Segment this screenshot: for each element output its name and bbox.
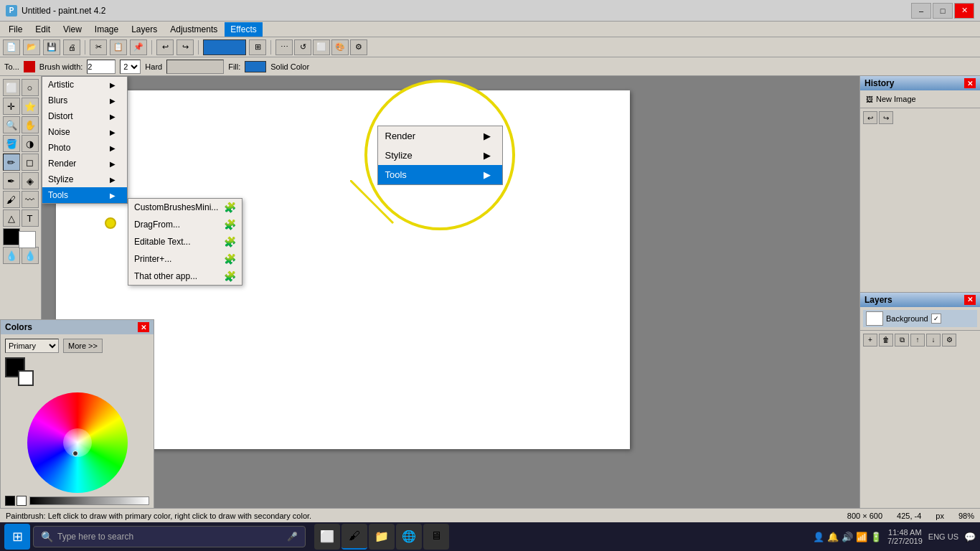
- open-btn[interactable]: 📂: [23, 39, 40, 55]
- title-bar: P Untitled - paint.net 4.2 – □ ✕: [0, 0, 980, 22]
- color-wheel[interactable]: [27, 392, 128, 493]
- paste-btn[interactable]: 📌: [130, 39, 147, 55]
- tray-icon-1[interactable]: 👤: [813, 532, 824, 542]
- layers-settings-btn[interactable]: ⚙: [942, 334, 956, 347]
- layers-close-btn[interactable]: ✕: [964, 295, 976, 305]
- tb-btn-3[interactable]: ⬜: [313, 39, 330, 55]
- mag-item-render[interactable]: Render ▶: [378, 126, 502, 146]
- mag-item-stylize[interactable]: Stylize ▶: [378, 146, 502, 165]
- history-item-new-image[interactable]: 🖼 New Image: [863, 93, 977, 105]
- white-swatch[interactable]: [17, 496, 27, 506]
- secondary-color-swatch[interactable]: [18, 370, 34, 386]
- tools-submenu-otherapp[interactable]: That other app... 🧩: [128, 268, 242, 285]
- canvas-area[interactable]: Artistic ▶ Blurs ▶ Distort ▶ Noise ▶ Pho…: [42, 76, 859, 508]
- menu-image[interactable]: Image: [89, 22, 124, 37]
- layer-visibility-check[interactable]: ✓: [931, 314, 941, 324]
- menu-view[interactable]: View: [57, 22, 88, 37]
- tool-paintbrush[interactable]: ✏: [3, 154, 20, 171]
- tools-submenu-printer[interactable]: Printer+... 🧩: [128, 250, 242, 268]
- brush-width-select[interactable]: 2468: [120, 60, 141, 74]
- menu-file[interactable]: File: [3, 22, 28, 37]
- tools-submenu-editabletext[interactable]: Editable Text... 🧩: [128, 233, 242, 250]
- tb-btn-1[interactable]: ⋯: [275, 39, 293, 55]
- hue-slider[interactable]: [29, 496, 149, 505]
- maximize-button[interactable]: □: [933, 3, 953, 19]
- tool-pan[interactable]: ✋: [22, 116, 39, 133]
- effects-item-blurs[interactable]: Blurs ▶: [42, 93, 127, 108]
- tray-icon-2[interactable]: 🔔: [827, 532, 839, 542]
- save-btn[interactable]: 💾: [43, 39, 60, 55]
- effects-item-tools[interactable]: Tools ▶: [42, 187, 127, 203]
- tool-smudge[interactable]: 〰: [22, 191, 39, 208]
- menu-layers[interactable]: Layers: [126, 22, 163, 37]
- layers-add-btn[interactable]: +: [863, 334, 877, 347]
- tool-color-picker[interactable]: 💧: [3, 247, 20, 264]
- black-swatch[interactable]: [5, 496, 15, 506]
- tool-lasso[interactable]: ○: [22, 79, 39, 96]
- tb-btn-5[interactable]: ⚙: [350, 39, 367, 55]
- secondary-color-btn[interactable]: [19, 231, 36, 248]
- tool-zoom[interactable]: 🔍: [3, 116, 20, 133]
- effects-item-distort[interactable]: Distort ▶: [42, 108, 127, 124]
- undo-btn[interactable]: ↩: [156, 39, 174, 55]
- app-taskbar-btn[interactable]: 🖥: [423, 524, 449, 550]
- layer-item-background[interactable]: Background ✓: [863, 310, 977, 327]
- layers-duplicate-btn[interactable]: ⧉: [895, 334, 909, 347]
- network-icon[interactable]: 📶: [856, 532, 867, 542]
- history-undo-btn[interactable]: ↩: [863, 111, 877, 124]
- colors-mode-select[interactable]: Primary Secondary: [5, 339, 59, 353]
- tool-color-picker2[interactable]: 💧: [22, 247, 39, 264]
- copy-btn[interactable]: 📋: [110, 39, 127, 55]
- tray-icon-3[interactable]: 🔊: [842, 532, 853, 542]
- layers-up-btn[interactable]: ↑: [910, 334, 925, 347]
- notifications-icon[interactable]: 💬: [964, 532, 976, 542]
- minimize-button[interactable]: –: [911, 3, 931, 19]
- tool-rectangle-select[interactable]: ⬜: [3, 79, 20, 96]
- redo-btn[interactable]: ↪: [176, 39, 194, 55]
- expand-btn[interactable]: ⊞: [249, 39, 266, 55]
- close-button[interactable]: ✕: [954, 3, 974, 19]
- explorer-taskbar-btn[interactable]: 📁: [369, 524, 395, 550]
- tool-move[interactable]: ✛: [3, 98, 20, 115]
- effects-item-render[interactable]: Render ▶: [42, 156, 127, 171]
- tool-gradient[interactable]: ◑: [22, 135, 39, 152]
- colors-more-btn[interactable]: More >>: [63, 339, 103, 353]
- colors-close-btn[interactable]: ✕: [138, 322, 149, 332]
- tools-submenu-custombrushmini[interactable]: CustomBrushesMini... 🧩: [128, 199, 242, 216]
- primary-color-btn[interactable]: [3, 228, 20, 245]
- effects-item-photo[interactable]: Photo ▶: [42, 140, 127, 156]
- layers-delete-btn[interactable]: 🗑: [879, 334, 893, 347]
- hardness-slider[interactable]: [166, 60, 224, 74]
- tool-paintbucket[interactable]: 🪣: [3, 135, 20, 152]
- tb-btn-4[interactable]: 🎨: [331, 39, 349, 55]
- chrome-taskbar-btn[interactable]: 🌐: [396, 524, 422, 550]
- tool-text[interactable]: T: [22, 209, 39, 227]
- menu-edit[interactable]: Edit: [29, 22, 56, 37]
- tool-eraser[interactable]: ◻: [22, 154, 39, 171]
- tools-submenu-dragfrom[interactable]: DragFrom... 🧩: [128, 216, 242, 233]
- tool-magic-wand[interactable]: ⭐: [22, 98, 39, 115]
- menu-effects[interactable]: Effects: [225, 22, 262, 37]
- start-button[interactable]: ⊞: [4, 524, 30, 550]
- paintnet-taskbar-btn[interactable]: 🖌: [341, 524, 367, 550]
- tool-recolor[interactable]: 🖌: [3, 191, 20, 208]
- tool-close-btn[interactable]: [24, 61, 35, 72]
- effects-item-artistic[interactable]: Artistic ▶: [42, 77, 127, 93]
- menu-adjustments[interactable]: Adjustments: [164, 22, 223, 37]
- brush-width-input[interactable]: [87, 60, 116, 74]
- effects-item-noise[interactable]: Noise ▶: [42, 124, 127, 140]
- print-btn[interactable]: 🖨: [63, 39, 80, 55]
- new-btn[interactable]: 📄: [3, 39, 20, 55]
- tool-shapes[interactable]: △: [3, 209, 20, 227]
- history-redo-btn[interactable]: ↪: [879, 111, 893, 124]
- tool-pencil[interactable]: ✒: [3, 172, 20, 189]
- cut-btn[interactable]: ✂: [90, 39, 107, 55]
- history-close-btn[interactable]: ✕: [964, 78, 976, 88]
- taskbar-search[interactable]: 🔍 Type here to search 🎤: [33, 526, 306, 547]
- tb-btn-2[interactable]: ↺: [294, 39, 311, 55]
- layers-down-btn[interactable]: ↓: [926, 334, 941, 347]
- taskview-btn[interactable]: ⬜: [314, 524, 340, 550]
- effects-item-stylize[interactable]: Stylize ▶: [42, 171, 127, 187]
- tool-clone[interactable]: ◈: [22, 172, 39, 189]
- battery-icon[interactable]: 🔋: [870, 532, 882, 542]
